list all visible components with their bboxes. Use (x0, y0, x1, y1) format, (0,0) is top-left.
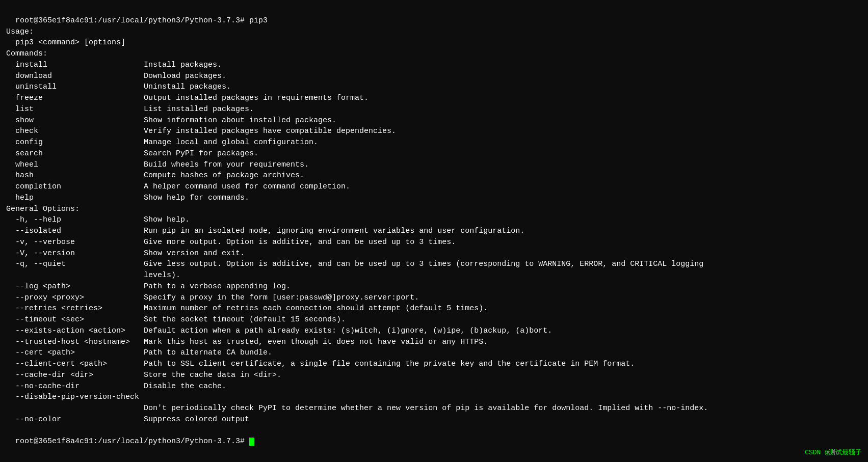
terminal-line: --disable-pip-version-check (6, 392, 862, 403)
terminal-line: Usage: (6, 26, 862, 38)
terminal-line: General Options: (6, 204, 862, 215)
terminal-window: root@365e1f8a4c91:/usr/local/python3/Pyt… (6, 4, 862, 26)
terminal-line: levels). (6, 270, 862, 281)
terminal-line: search Search PyPI for packages. (6, 148, 862, 159)
watermark: CSDN @测试最骚子 (805, 448, 862, 458)
prompt-line-2: root@365e1f8a4c91:/usr/local/python3/Pyt… (6, 425, 862, 448)
terminal-line: --no-color Suppress colored output (6, 414, 862, 425)
terminal-line: --trusted-host <hostname> Mark this host… (6, 337, 862, 348)
terminal-line: -V, --version Show version and exit. (6, 248, 862, 259)
terminal-line: --no-cache-dir Disable the cache. (6, 381, 862, 392)
terminal-line: --timeout <sec> Set the socket timeout (… (6, 314, 862, 325)
terminal-line: --cert <path> Path to alternate CA bundl… (6, 347, 862, 359)
terminal-line: install Install packages. (6, 60, 862, 71)
terminal-line: show Show information about installed pa… (6, 115, 862, 126)
terminal-line: uninstall Uninstall packages. (6, 81, 862, 93)
terminal-line: --isolated Run pip in an isolated mode, … (6, 226, 862, 237)
terminal-line: --client-cert <path> Path to SSL client … (6, 359, 862, 370)
terminal-line: --cache-dir <dir> Store the cache data i… (6, 370, 862, 381)
terminal-line: check Verify installed packages have com… (6, 126, 862, 137)
terminal-line: Commands: (6, 48, 862, 60)
terminal-line: completion A helper command used for com… (6, 181, 862, 193)
terminal-line: hash Compute hashes of package archives. (6, 170, 862, 181)
prompt-line-1: root@365e1f8a4c91:/usr/local/python3/Pyt… (15, 16, 268, 25)
terminal-line: --retries <retries> Maximum number of re… (6, 303, 862, 314)
terminal-line: --proxy <proxy> Specify a proxy in the f… (6, 292, 862, 304)
cursor (249, 438, 254, 446)
terminal-line: -h, --help Show help. (6, 214, 862, 226)
terminal-line: freeze Output installed packages in requ… (6, 93, 862, 104)
terminal-line: -q, --quiet Give less output. Option is … (6, 259, 862, 270)
terminal-line: pip3 <command> [options] (6, 37, 862, 48)
terminal-line: Don't periodically check PyPI to determi… (6, 403, 862, 414)
terminal-line: download Download packages. (6, 71, 862, 82)
terminal-line: config Manage local and global configura… (6, 137, 862, 148)
terminal-line: --exists-action <action> Default action … (6, 325, 862, 337)
terminal-line: list List installed packages. (6, 104, 862, 115)
terminal-line: wheel Build wheels from your requirement… (6, 159, 862, 171)
terminal-line: help Show help for commands. (6, 193, 862, 204)
terminal-body: Usage: pip3 <command> [options]Commands:… (6, 26, 862, 425)
terminal-line: --log <path> Path to a verbose appending… (6, 281, 862, 292)
terminal-line: -v, --verbose Give more output. Option i… (6, 237, 862, 248)
